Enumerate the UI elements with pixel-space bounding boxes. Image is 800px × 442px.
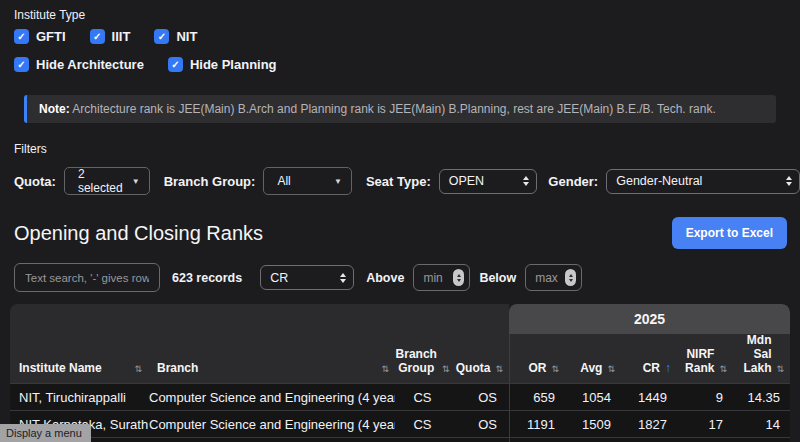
table-cell: CS: [395, 383, 450, 410]
table-cell: 14: [733, 410, 790, 437]
quota-dropdown[interactable]: 2 selected ▼: [64, 167, 150, 195]
gender-select[interactable]: Gender-Neutral: [606, 169, 800, 194]
quota-label: Quota:: [14, 174, 56, 189]
table-cell: 2409: [621, 437, 677, 442]
column-header-mdn-sal-lakh[interactable]: Mdn Sal Lakh⇅: [733, 334, 790, 383]
checkbox-hide-planning[interactable]: ✓ Hide Planning: [168, 57, 277, 72]
table-cell: OS: [450, 410, 509, 437]
column-filter-select-value: CR: [270, 271, 288, 285]
checkbox-checked-icon: ✓: [14, 29, 29, 44]
branch-group-dropdown-value: All: [277, 174, 290, 188]
table-row[interactable]: NIT Karnataka, SurathkalComputer Science…: [10, 410, 790, 437]
checkbox-gfti-label: GFTI: [36, 29, 66, 44]
checkbox-checked-icon: ✓: [154, 29, 169, 44]
checkbox-checked-icon: ✓: [14, 57, 29, 72]
sort-icon[interactable]: ⇅: [777, 364, 785, 375]
table-cell: OS: [450, 383, 509, 410]
column-header-branch-group[interactable]: Branch Group⇅: [395, 334, 450, 383]
section-header: Opening and Closing Ranks Export to Exce…: [14, 217, 787, 249]
min-rank-input[interactable]: min: [413, 264, 470, 291]
table-cell: 1509: [565, 410, 621, 437]
dropdown-arrow-icon: ▼: [132, 177, 140, 186]
sort-icon[interactable]: ⇅: [442, 364, 450, 375]
ranks-table: 2025 Institute Name⇅ Branch⇅ Branch Grou…: [10, 304, 790, 442]
select-chevrons-icon: [523, 176, 529, 186]
table-cell: OS: [450, 437, 509, 442]
checkbox-iiit[interactable]: ✓ IIIT: [90, 29, 131, 44]
seat-type-select-value: OPEN: [449, 174, 484, 188]
table-body: NIT, TiruchirappalliComputer Science and…: [10, 383, 790, 442]
column-header-cr[interactable]: CR↑: [621, 334, 677, 383]
gender-select-value: Gender-Neutral: [616, 174, 702, 188]
table-cell: 17: [677, 410, 733, 437]
sort-icon[interactable]: ⇅: [719, 364, 727, 375]
checkbox-gfti[interactable]: ✓ GFTI: [14, 29, 66, 44]
seat-type-label: Seat Type:: [366, 174, 431, 189]
max-rank-placeholder: max: [535, 271, 558, 285]
institute-type-label: Institute Type: [14, 8, 800, 22]
above-label: Above: [366, 271, 404, 285]
select-chevrons-icon: [786, 176, 792, 186]
table-cell: 1054: [565, 383, 621, 410]
sort-icon[interactable]: ⇅: [495, 364, 503, 375]
status-bar-tooltip: Display a menu: [0, 424, 91, 442]
column-filter-select[interactable]: CR: [260, 265, 354, 290]
note-banner: Note: Architecture rank is JEE(Main) B.A…: [24, 95, 776, 123]
column-header-or[interactable]: OR⇅: [509, 334, 565, 383]
year-group-row: 2025: [10, 304, 790, 334]
number-stepper-icon[interactable]: [565, 269, 576, 286]
table-cell: 9: [677, 383, 733, 410]
select-chevrons-icon: [340, 273, 346, 283]
sort-icon[interactable]: ⇅: [551, 364, 559, 375]
table-cell: 14.2: [733, 437, 790, 442]
gender-label: Gender:: [548, 174, 598, 189]
column-header-row: Institute Name⇅ Branch⇅ Branch Group⇅ Qu…: [10, 334, 790, 383]
sort-icon[interactable]: ⇅: [134, 364, 142, 375]
checkbox-hide-planning-label: Hide Planning: [190, 57, 277, 72]
checkbox-hide-architecture-label: Hide Architecture: [36, 57, 144, 72]
table-cell: CS: [395, 410, 450, 437]
min-rank-placeholder: min: [423, 271, 442, 285]
checkbox-checked-icon: ✓: [168, 57, 183, 72]
year-group-header: 2025: [509, 304, 790, 334]
column-header-nirf-rank[interactable]: NIRF Rank⇅: [677, 334, 733, 383]
checkbox-checked-icon: ✓: [90, 29, 105, 44]
branch-group-dropdown[interactable]: All ▼: [263, 167, 352, 195]
note-text: Architecture rank is JEE(Main) B.Arch an…: [70, 102, 716, 116]
column-header-institute-name[interactable]: Institute Name⇅: [10, 334, 148, 383]
column-header-quota[interactable]: Quota⇅: [450, 334, 509, 383]
table-cell: 1965: [565, 437, 621, 442]
table-cell: 1521: [509, 437, 565, 442]
checkbox-iiit-label: IIIT: [112, 29, 131, 44]
filter-row: Quota: 2 selected ▼ Branch Group: All ▼ …: [14, 167, 800, 195]
sort-icon[interactable]: ⇅: [607, 364, 615, 375]
checkbox-hide-architecture[interactable]: ✓ Hide Architecture: [14, 57, 144, 72]
column-header-branch[interactable]: Branch⇅: [148, 334, 395, 383]
seat-type-select[interactable]: OPEN: [439, 169, 537, 194]
search-input[interactable]: [14, 263, 160, 292]
filters-label: Filters: [14, 142, 800, 156]
branch-group-label: Branch Group:: [164, 174, 256, 189]
checkbox-nit[interactable]: ✓ NIT: [154, 29, 197, 44]
dropdown-arrow-icon: ▼: [334, 177, 342, 186]
export-to-excel-button[interactable]: Export to Excel: [672, 217, 787, 249]
number-stepper-icon[interactable]: [453, 269, 464, 286]
table-cell: 14.35: [733, 383, 790, 410]
table-cell: CS: [395, 437, 450, 442]
quota-dropdown-value: 2 selected: [78, 167, 126, 195]
table-cell: 1449: [621, 383, 677, 410]
table-cell: 659: [509, 383, 565, 410]
sort-ascending-icon[interactable]: ↑: [665, 362, 671, 376]
table-cell: 1191: [509, 410, 565, 437]
table-row[interactable]: NIT, TiruchirappalliComputer Science and…: [10, 383, 790, 410]
table-cell: 28: [677, 437, 733, 442]
note-prefix: Note:: [39, 102, 70, 116]
records-count: 623 records: [172, 271, 242, 285]
table-cell: 1827: [621, 410, 677, 437]
column-header-avg[interactable]: Avg⇅: [565, 334, 621, 383]
table-row[interactable]: NIT, WarangalComputer Science and Engine…: [10, 437, 790, 442]
max-rank-input[interactable]: max: [525, 264, 582, 291]
checkbox-nit-label: NIT: [176, 29, 197, 44]
table-cell: Computer Science and Engineering (4 year…: [148, 437, 395, 442]
sort-icon[interactable]: ⇅: [381, 364, 389, 375]
